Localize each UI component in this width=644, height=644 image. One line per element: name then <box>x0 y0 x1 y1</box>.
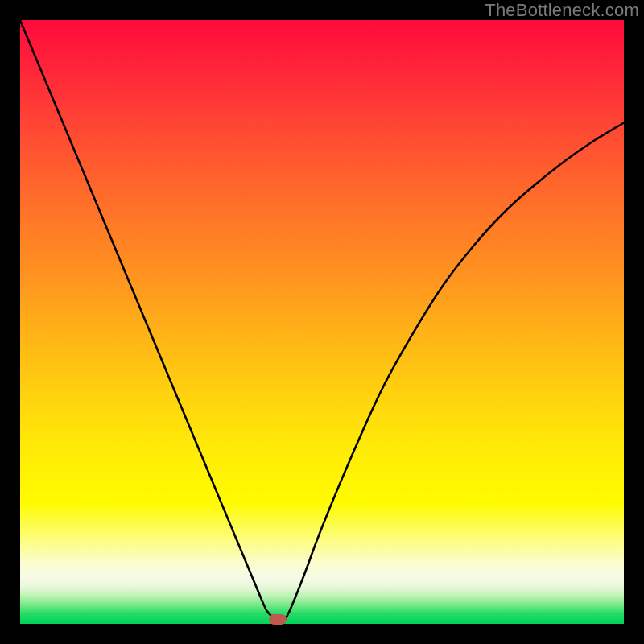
plot-area <box>20 20 624 624</box>
chart-frame: TheBottleneck.com <box>0 0 644 644</box>
bottleneck-curve <box>20 20 624 624</box>
watermark-text: TheBottleneck.com <box>485 0 639 21</box>
bottleneck-marker <box>269 614 287 625</box>
